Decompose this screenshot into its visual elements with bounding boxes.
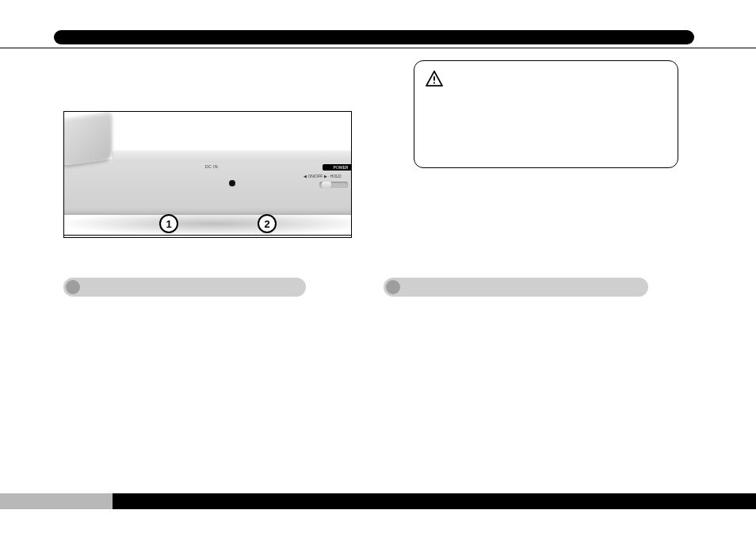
header-rule xyxy=(0,48,756,48)
power-switch-knob xyxy=(322,182,331,188)
footer-gray-segment xyxy=(0,493,113,509)
warning-box xyxy=(414,60,678,168)
callout-1: 1 xyxy=(159,214,178,233)
section-bar-left xyxy=(63,278,306,297)
section-bar-right xyxy=(384,278,648,297)
svg-rect-1 xyxy=(433,82,435,84)
device-hinge xyxy=(63,112,112,167)
onoff-hold-label: ◀ ON/OFF ▶ · HOLD xyxy=(304,174,342,178)
section-bullet xyxy=(386,280,400,294)
dc-in-label: DC IN xyxy=(205,164,218,169)
dc-in-jack xyxy=(229,180,235,186)
power-badge: POWER xyxy=(323,164,352,171)
callout-row: 1 2 xyxy=(63,213,352,236)
section-bullet xyxy=(66,280,80,294)
header-bar xyxy=(54,30,694,44)
footer-bar xyxy=(0,493,756,509)
callout-2: 2 xyxy=(258,214,277,233)
warning-icon xyxy=(426,71,443,86)
manual-page: DC IN POWER ◀ ON/OFF ▶ · HOLD 1 2 xyxy=(0,0,756,533)
footer-black-segment xyxy=(113,493,756,509)
device-top-edge xyxy=(112,150,352,163)
svg-rect-0 xyxy=(433,76,435,80)
